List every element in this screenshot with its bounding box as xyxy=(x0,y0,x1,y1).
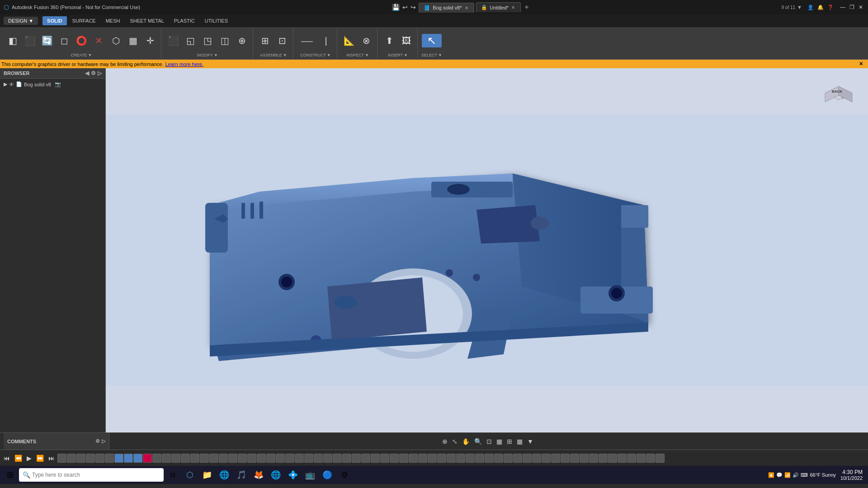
timeline-item[interactable] xyxy=(285,454,294,463)
timeline-item[interactable] xyxy=(304,454,313,463)
timeline-item[interactable] xyxy=(314,454,323,463)
browser-collapse-button[interactable]: ◀ xyxy=(85,70,89,76)
timeline-item[interactable] xyxy=(124,454,133,463)
timeline-item[interactable] xyxy=(418,454,427,463)
shell-button[interactable]: ◫ xyxy=(217,35,233,47)
timeline-item[interactable] xyxy=(352,454,361,463)
timeline-item[interactable] xyxy=(257,454,266,463)
joint-button[interactable]: ⊞ xyxy=(257,35,273,47)
restore-button[interactable]: ❐ xyxy=(848,4,855,11)
timeline-item[interactable] xyxy=(323,454,332,463)
inspect-dropdown-icon[interactable]: ▼ xyxy=(365,53,369,57)
timeline-item[interactable] xyxy=(380,454,389,463)
timeline-item[interactable] xyxy=(504,454,513,463)
account-icon[interactable]: 👤 xyxy=(807,5,814,10)
insert-mesh-button[interactable]: ⬆ xyxy=(381,35,397,47)
insert-dropdown-icon[interactable]: ▼ xyxy=(404,53,408,57)
timeline-item[interactable] xyxy=(238,454,247,463)
move-button[interactable]: ✛ xyxy=(142,35,158,47)
revolve-button[interactable]: 🔄 xyxy=(39,35,55,47)
tree-visibility-icon[interactable]: 👁 xyxy=(9,82,14,87)
taskbar-button-taskview[interactable]: ⊟ xyxy=(165,467,181,483)
timeline-item[interactable] xyxy=(152,454,161,463)
timeline-item-delete[interactable] xyxy=(143,454,152,463)
clock[interactable]: 4:30 PM 10/1/2022 xyxy=(840,469,863,481)
mirror-button[interactable]: ⬡ xyxy=(108,35,124,47)
taskbar-app-fusion[interactable]: ⬡ xyxy=(182,467,198,483)
timeline-item[interactable] xyxy=(57,454,66,463)
select-button[interactable]: ↖ xyxy=(422,34,442,47)
cylinder-button[interactable]: ⭕ xyxy=(73,35,90,47)
start-button[interactable]: ⊞ xyxy=(2,467,18,483)
timeline-item[interactable] xyxy=(200,454,209,463)
volume-icon[interactable]: 🔊 xyxy=(793,472,799,478)
tab-plastic[interactable]: PLASTIC xyxy=(170,16,199,25)
new-component-button[interactable]: ◧ xyxy=(5,35,21,47)
taskbar-app-chrome[interactable]: 🌐 xyxy=(268,467,284,483)
measure-button[interactable]: 📐 xyxy=(341,35,357,47)
timeline-item[interactable] xyxy=(447,454,456,463)
tab-utilities[interactable]: UTILITIES xyxy=(200,16,232,25)
grid-button[interactable]: ▦ xyxy=(495,437,504,446)
fillet-button[interactable]: ◱ xyxy=(182,35,198,47)
browser-expand-button[interactable]: ▷ xyxy=(98,70,102,76)
chamfer-button[interactable]: ◳ xyxy=(199,35,216,47)
timeline-item[interactable] xyxy=(247,454,256,463)
new-tab-button[interactable]: + xyxy=(523,3,530,11)
timeline-item[interactable] xyxy=(219,454,228,463)
timeline-item[interactable] xyxy=(209,454,218,463)
design-mode-button[interactable]: DESIGN ▼ xyxy=(4,17,38,25)
timeline-item[interactable] xyxy=(494,454,503,463)
expand-tabs-button[interactable]: ▼ xyxy=(797,5,802,10)
taskbar-app-app1[interactable]: 🔵 xyxy=(319,467,335,483)
timeline-item[interactable] xyxy=(646,454,655,463)
timeline-item[interactable] xyxy=(551,454,560,463)
chat-icon[interactable]: 💬 xyxy=(776,472,783,478)
timeline-item[interactable] xyxy=(276,454,285,463)
box-button[interactable]: ◻ xyxy=(56,35,72,47)
tab-solid[interactable]: SOLID xyxy=(42,16,67,25)
timeline-item[interactable] xyxy=(589,454,598,463)
timeline-item[interactable] xyxy=(171,454,180,463)
timeline-item[interactable] xyxy=(485,454,494,463)
tab-mesh[interactable]: MESH xyxy=(101,16,125,25)
help-icon[interactable]: ❓ xyxy=(827,5,834,10)
taskbar-app-media[interactable]: 📺 xyxy=(302,467,318,483)
assemble-dropdown-icon[interactable]: ▼ xyxy=(283,53,287,57)
timeline-item[interactable] xyxy=(656,454,665,463)
visual-style-dropdown[interactable]: ▼ xyxy=(525,437,535,446)
timeline-item[interactable] xyxy=(333,454,342,463)
create-dropdown-icon[interactable]: ▼ xyxy=(88,53,92,57)
perf-close-button[interactable]: ✕ xyxy=(859,61,863,67)
visual-style-button[interactable]: ▦ xyxy=(515,437,524,446)
construct-plane-button[interactable]: — xyxy=(297,33,317,48)
pan-button[interactable]: ✋ xyxy=(460,437,472,446)
zoom-button[interactable]: 🔍 xyxy=(472,437,484,446)
taskbar-app-settings[interactable]: ⚙ xyxy=(336,467,353,483)
insert-image-button[interactable]: 🖼 xyxy=(398,35,415,47)
notification-icon[interactable]: 🔔 xyxy=(817,5,824,10)
minimize-button[interactable]: — xyxy=(839,4,846,11)
extrude-button[interactable]: ⬛ xyxy=(22,35,38,47)
timeline-play-button[interactable]: ▶ xyxy=(25,454,33,463)
timeline-item[interactable] xyxy=(133,454,142,463)
timeline-item[interactable] xyxy=(162,454,171,463)
timeline-prev-button[interactable]: ⏪ xyxy=(13,454,24,463)
timeline-item[interactable] xyxy=(513,454,522,463)
timeline-item[interactable] xyxy=(599,454,608,463)
perf-learn-more-link[interactable]: Learn more here. xyxy=(165,61,203,67)
timeline-item[interactable] xyxy=(637,454,646,463)
tab-close-button[interactable]: ✕ xyxy=(465,5,468,10)
tab-surface[interactable]: SURFACE xyxy=(68,16,100,25)
timeline-item[interactable] xyxy=(437,454,446,463)
fit-button[interactable]: ⊡ xyxy=(485,437,494,446)
timeline-item[interactable] xyxy=(390,454,399,463)
timeline-item[interactable] xyxy=(190,454,199,463)
keyboard-icon[interactable]: ⌨ xyxy=(801,472,808,478)
viewport[interactable]: BACK X xyxy=(106,68,868,432)
modify-dropdown-icon[interactable]: ▼ xyxy=(214,53,218,57)
redo-button[interactable]: ↪ xyxy=(410,3,417,12)
as-built-joint-button[interactable]: ⊡ xyxy=(274,35,290,47)
tab-sheet-metal[interactable]: SHEET METAL xyxy=(125,16,168,25)
construct-axis-button[interactable]: | xyxy=(318,35,334,47)
